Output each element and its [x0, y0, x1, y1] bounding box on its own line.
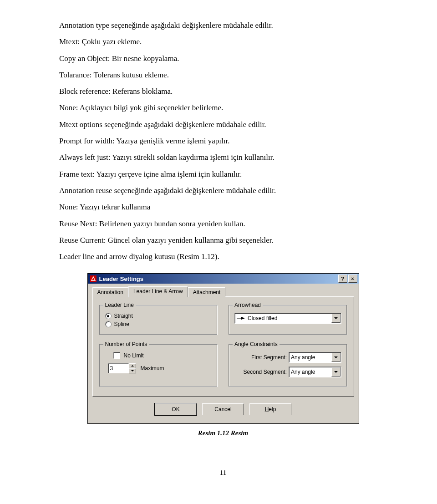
tab-leader-line-arrow[interactable]: Leader Line & Arrow	[128, 286, 188, 297]
radio-spline[interactable]: Spline	[105, 321, 212, 327]
para: Frame text: Yazıyı çerçeve içine alma iş…	[59, 167, 387, 182]
para: Copy an Object: Bir nesne kopyalama.	[59, 51, 387, 66]
chevron-down-icon	[331, 367, 340, 377]
spin-down-icon[interactable]	[129, 368, 136, 373]
second-segment-label: Second Segment:	[234, 369, 287, 375]
tab-annotation[interactable]: Annotation	[92, 287, 128, 297]
body-text: Annotation type seçeneğinde aşağıdaki de…	[59, 18, 387, 264]
checkbox-icon	[113, 352, 120, 359]
cancel-button[interactable]: Cancel	[202, 403, 244, 415]
radio-label: Spline	[114, 321, 129, 327]
para: None: Yazıyı tekrar kullanma	[59, 200, 387, 214]
arrowhead-dropdown[interactable]: Closed filled	[234, 313, 341, 324]
tabs: Annotation Leader Line & Arrow Attachmen…	[92, 286, 354, 297]
para: Annotation type seçeneğinde aşağıdaki de…	[59, 18, 387, 33]
maximum-input[interactable]	[108, 363, 129, 373]
dropdown-value: Closed filled	[246, 315, 331, 321]
close-button[interactable]: ×	[348, 275, 357, 283]
para: Prompt for width: Yazıya genişlik verme …	[59, 134, 387, 148]
para: Mtext: Çoklu yazı ekleme.	[59, 35, 387, 49]
group-title: Angle Constraints	[233, 341, 279, 347]
group-angle-constraints: Angle Constraints First Segment: Any ang…	[229, 344, 347, 387]
first-segment-label: First Segment:	[234, 354, 287, 361]
dropdown-value: Any angle	[289, 369, 331, 375]
radio-icon	[105, 321, 112, 327]
group-number-points: Number of Points No Limit	[99, 344, 218, 387]
maximum-label: Maximum	[141, 365, 164, 372]
page-number: 11	[59, 469, 387, 477]
chevron-down-icon	[331, 314, 340, 323]
nolimit-checkbox-row[interactable]: No Limit	[113, 352, 212, 359]
help-button[interactable]: ?	[338, 275, 347, 283]
tab-attachment[interactable]: Attachment	[188, 287, 226, 297]
group-leader-line: Leader Line Straight Spline	[99, 305, 218, 335]
group-title: Arrowhead	[233, 302, 263, 308]
maximum-spinner[interactable]	[108, 363, 136, 373]
radio-icon	[105, 313, 112, 319]
para: Annotation reuse seçeneğinde aşağıdaki d…	[59, 183, 387, 198]
para: Leader line and arrow diyalog kutusu (Re…	[59, 249, 387, 264]
figure-caption: Resim 1.12 Resim	[59, 429, 387, 437]
para: Tolarance: Tolerans kutusu ekleme.	[59, 68, 387, 82]
ok-button[interactable]: OK	[155, 403, 197, 415]
para: Reuse Next: Belirlenen yazıyı bundan son…	[59, 217, 387, 231]
help-button[interactable]: Help	[249, 403, 291, 415]
dialog-buttons: OK Cancel Help	[92, 397, 354, 418]
tab-panel: Leader Line Straight Spline Arrow	[92, 296, 354, 397]
dialog-title: Leader Settings	[99, 275, 338, 282]
app-icon	[90, 275, 97, 282]
group-title: Leader Line	[103, 302, 136, 308]
svg-marker-2	[241, 317, 245, 320]
para: Block reference: Referans bloklama.	[59, 84, 387, 99]
second-segment-dropdown[interactable]: Any angle	[289, 367, 341, 377]
checkbox-label: No Limit	[124, 352, 144, 359]
para: None: Açıklayıcı bilgi yok gibi seçenekl…	[59, 101, 387, 115]
arrowhead-preview-icon	[235, 316, 246, 321]
titlebar: Leader Settings ? ×	[88, 274, 359, 284]
para: Always left just: Yazıyı sürekli soldan …	[59, 150, 387, 165]
spin-up-icon[interactable]	[129, 363, 136, 368]
leader-settings-dialog: Leader Settings ? × Annotation Leader Li…	[87, 273, 359, 424]
chevron-down-icon	[331, 353, 340, 362]
group-arrowhead: Arrowhead Closed filled	[229, 305, 347, 335]
para: Reuse Current: Güncel olan yazıyı yenide…	[59, 233, 387, 248]
first-segment-dropdown[interactable]: Any angle	[289, 352, 341, 363]
dropdown-value: Any angle	[289, 354, 331, 361]
radio-straight[interactable]: Straight	[105, 313, 212, 319]
radio-label: Straight	[114, 313, 133, 319]
group-title: Number of Points	[103, 341, 149, 347]
para: Mtext options seçeneğinde aşağıdaki deği…	[59, 117, 387, 132]
